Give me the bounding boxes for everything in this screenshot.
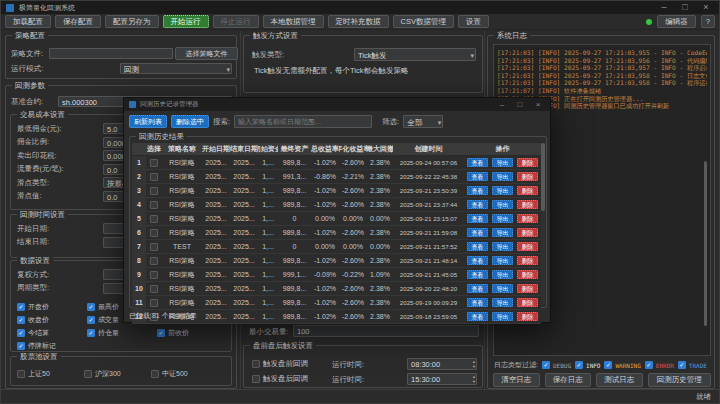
table-row[interactable]: 3RSI策略2025...2025...1,...989,8...-1.02%-… (132, 184, 541, 198)
choose-strategy-file-button[interactable]: 选择策略文件 (175, 47, 238, 60)
row-op-button-1[interactable]: 查看 (467, 214, 488, 223)
row-op-button-3[interactable]: 删除 (517, 256, 538, 265)
log-scrollbar[interactable] (704, 161, 707, 326)
checkbox[interactable]: ✓ (157, 329, 165, 337)
checkbox[interactable]: ✓ (645, 361, 653, 369)
maximize-button[interactable]: □ (677, 1, 693, 14)
table-header-2[interactable]: 策略名称 (162, 143, 202, 155)
run-mode-select[interactable]: 回测▾ (120, 63, 232, 74)
field-checkbox-5[interactable]: ✓今结算 (17, 328, 49, 338)
row-checkbox[interactable] (150, 243, 158, 251)
time-spinner-icon[interactable]: ▴▾ (473, 360, 475, 369)
toolbar-button-2[interactable]: 保存配置 (55, 15, 101, 28)
row-op-button-2[interactable]: 导出 (492, 284, 513, 293)
dialog-maximize-button[interactable]: □ (513, 98, 527, 111)
row-op-button-3[interactable]: 删除 (517, 312, 538, 321)
row-checkbox[interactable] (150, 257, 158, 265)
table-row[interactable]: 8RSI策略2025...2025...1,...989,8...-1.02%-… (132, 254, 541, 268)
row-op-button-2[interactable]: 导出 (492, 214, 513, 223)
table-scrollbar-track[interactable] (541, 143, 545, 305)
table-header-11[interactable]: 操作 (464, 143, 541, 155)
checkbox[interactable]: ✓ (87, 303, 95, 311)
checkbox[interactable]: ✓ (87, 316, 95, 324)
clear-log-button[interactable]: 清空日志 (493, 373, 540, 387)
table-row[interactable]: 9RSI策略2025...2025...1,...999,1...-0.09%-… (132, 268, 541, 282)
row-checkbox[interactable] (150, 159, 158, 167)
search-input[interactable] (234, 115, 372, 128)
toolbar-button-1[interactable]: 加载配置 (5, 15, 51, 28)
post-close-callback-checkbox[interactable]: 触发盘后回调 (252, 374, 308, 384)
log-filter-warning[interactable]: ✓WARNING (604, 361, 640, 369)
checkbox[interactable]: ✓ (17, 303, 25, 311)
row-op-button-1[interactable]: 查看 (467, 200, 488, 209)
close-button[interactable]: × (698, 1, 714, 14)
row-op-button-3[interactable]: 删除 (517, 214, 538, 223)
row-op-button-2[interactable]: 导出 (492, 256, 513, 265)
row-op-button-1[interactable]: 查看 (467, 284, 488, 293)
refresh-list-button[interactable]: 刷新列表 (129, 115, 167, 128)
checkbox[interactable]: ✓ (604, 361, 612, 369)
editor-button[interactable]: 编辑器 (657, 15, 696, 28)
row-op-button-3[interactable]: 删除 (517, 200, 538, 209)
table-header-9[interactable]: 最大回撤 (367, 143, 393, 155)
table-header-3[interactable]: 开始日期 (202, 143, 230, 155)
field-checkbox-7[interactable]: ✓前收价 (157, 328, 189, 338)
table-row[interactable]: 4RSI策略2025...2025...1,...989,8...-1.02%-… (132, 198, 541, 212)
help-button[interactable]: ? (701, 15, 715, 28)
test-log-button[interactable]: 测试日志 (596, 373, 643, 387)
toolbar-button-7[interactable]: 定时补充数据 (328, 15, 389, 28)
pool-checkbox-3[interactable]: 中证500 (151, 369, 188, 379)
row-checkbox[interactable] (150, 215, 158, 223)
row-op-button-2[interactable]: 导出 (492, 186, 513, 195)
checkbox[interactable]: ✓ (575, 361, 583, 369)
row-op-button-3[interactable]: 删除 (517, 284, 538, 293)
pool-checkbox-1[interactable]: 上证50 (17, 369, 50, 379)
field-checkbox-6[interactable]: ✓持仓量 (87, 328, 119, 338)
row-checkbox[interactable] (150, 201, 158, 209)
row-op-button-2[interactable]: 导出 (492, 270, 513, 279)
row-checkbox[interactable] (150, 299, 158, 307)
pool-checkbox-2[interactable]: 沪深300 (84, 369, 121, 379)
toolbar-button-6[interactable]: 本地数据管理 (263, 15, 324, 28)
pre-open-time-input[interactable]: 08:30:00▴▾ (407, 358, 477, 370)
time-spinner-icon[interactable]: ▴▾ (473, 375, 475, 384)
table-header-1[interactable]: 选择 (146, 143, 162, 155)
checkbox[interactable] (252, 375, 260, 383)
table-row[interactable]: 10RSI策略2025...2025...1,...989,8...-1.02%… (132, 282, 541, 296)
checkbox[interactable]: ✓ (87, 329, 95, 337)
backtest-history-button[interactable]: 回测历史管理 (648, 373, 711, 387)
row-op-button-1[interactable]: 查看 (467, 158, 488, 167)
save-log-button[interactable]: 保存日志 (545, 373, 592, 387)
dialog-close-button[interactable]: × (531, 98, 545, 111)
strategy-file-input[interactable] (49, 48, 173, 59)
row-op-button-1[interactable]: 查看 (467, 186, 488, 195)
toolbar-button-4[interactable]: 开始运行 (163, 15, 209, 28)
post-close-time-input[interactable]: 15:30:00▴▾ (407, 373, 477, 385)
checkbox[interactable] (17, 370, 25, 378)
dialog-minimize-button[interactable]: – (495, 98, 509, 111)
checkbox[interactable] (84, 370, 92, 378)
row-checkbox[interactable] (150, 271, 158, 279)
table-header-6[interactable]: 最终资产 (278, 143, 311, 155)
row-op-button-2[interactable]: 导出 (492, 228, 513, 237)
field-checkbox-3[interactable]: ✓收盘价 (17, 315, 49, 325)
row-op-button-3[interactable]: 删除 (517, 228, 538, 237)
minimize-button[interactable]: – (656, 1, 672, 14)
field-checkbox-4[interactable]: ✓成交量 (87, 315, 119, 325)
row-op-button-1[interactable]: 查看 (467, 298, 488, 307)
log-filter-info[interactable]: ✓INFO (575, 361, 600, 369)
log-filter-error[interactable]: ✓ERROR (645, 361, 674, 369)
row-op-button-1[interactable]: 查看 (467, 172, 488, 181)
table-row[interactable]: 1RSI策略2025...2025...1,...989,8...-1.02%-… (132, 156, 541, 170)
table-header-4[interactable]: 结束日期 (230, 143, 258, 155)
row-op-button-2[interactable]: 导出 (492, 172, 513, 181)
field-checkbox-2[interactable]: ✓最高价 (87, 302, 119, 312)
table-scrollbar-thumb[interactable] (541, 143, 545, 211)
table-row[interactable]: 2RSI策略2025...2025...1,...991,3...-0.86%-… (132, 170, 541, 184)
toolbar-button-8[interactable]: CSV数据管理 (393, 15, 454, 28)
log-filter-debug[interactable]: ✓DEBUG (542, 361, 571, 369)
table-row[interactable]: 5RSI策略2025...2025...1,...00.00%0.00%0.00… (132, 212, 541, 226)
checkbox[interactable]: ✓ (17, 329, 25, 337)
row-checkbox[interactable] (150, 229, 158, 237)
checkbox[interactable]: ✓ (542, 361, 550, 369)
